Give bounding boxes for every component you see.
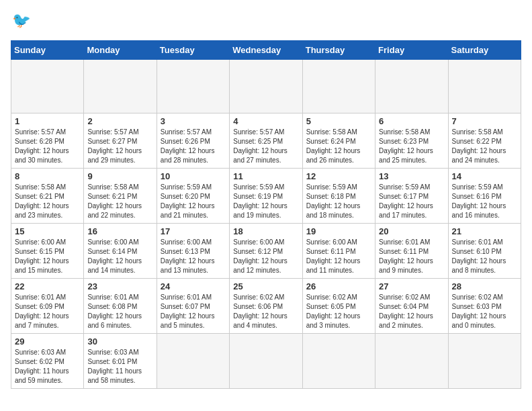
calendar-cell: 22Sunrise: 6:01 AM Sunset: 6:09 PM Dayli…: [11, 279, 84, 334]
logo: 🐦: [11, 11, 35, 32]
svg-text:🐦: 🐦: [12, 11, 31, 30]
day-number: 19: [306, 226, 371, 236]
calendar-cell: 16Sunrise: 6:00 AM Sunset: 6:14 PM Dayli…: [84, 224, 157, 279]
day-info: Sunrise: 6:00 AM Sunset: 6:13 PM Dayligh…: [161, 238, 226, 275]
calendar-cell: 9Sunrise: 5:58 AM Sunset: 6:21 PM Daylig…: [84, 169, 157, 224]
calendar-cell: [157, 334, 229, 389]
day-info: Sunrise: 5:59 AM Sunset: 6:20 PM Dayligh…: [161, 183, 226, 220]
day-number: 12: [306, 171, 371, 181]
day-number: 29: [15, 336, 80, 347]
day-info: Sunrise: 6:01 AM Sunset: 6:10 PM Dayligh…: [452, 238, 517, 275]
logo-icon: 🐦: [11, 11, 32, 32]
col-header-thursday: Thursday: [302, 41, 375, 60]
calendar-cell: 18Sunrise: 6:00 AM Sunset: 6:12 PM Dayli…: [230, 224, 302, 279]
day-number: 30: [87, 336, 152, 347]
calendar-cell: 17Sunrise: 6:00 AM Sunset: 6:13 PM Dayli…: [157, 224, 229, 279]
day-number: 9: [87, 171, 152, 181]
calendar-cell: [84, 60, 157, 113]
day-info: Sunrise: 5:57 AM Sunset: 6:28 PM Dayligh…: [15, 128, 80, 165]
day-info: Sunrise: 5:57 AM Sunset: 6:26 PM Dayligh…: [161, 128, 226, 165]
calendar-row: 1Sunrise: 5:57 AM Sunset: 6:28 PM Daylig…: [11, 113, 521, 169]
day-number: 3: [161, 116, 226, 126]
day-number: 15: [15, 226, 80, 236]
col-header-saturday: Saturday: [448, 41, 521, 60]
day-number: 20: [379, 226, 444, 236]
calendar-row: 29Sunrise: 6:03 AM Sunset: 6:02 PM Dayli…: [11, 334, 521, 389]
col-header-monday: Monday: [84, 41, 157, 60]
calendar-cell: [448, 334, 521, 389]
calendar-cell: 14Sunrise: 5:59 AM Sunset: 6:16 PM Dayli…: [448, 169, 521, 224]
calendar-cell: 24Sunrise: 6:01 AM Sunset: 6:07 PM Dayli…: [157, 279, 229, 334]
calendar-cell: [302, 60, 375, 113]
day-info: Sunrise: 6:00 AM Sunset: 6:15 PM Dayligh…: [15, 238, 80, 275]
calendar-cell: 1Sunrise: 5:57 AM Sunset: 6:28 PM Daylig…: [11, 113, 84, 169]
day-number: 8: [15, 171, 80, 181]
day-info: Sunrise: 6:02 AM Sunset: 6:05 PM Dayligh…: [306, 293, 371, 330]
day-info: Sunrise: 6:01 AM Sunset: 6:09 PM Dayligh…: [15, 293, 80, 330]
day-info: Sunrise: 5:59 AM Sunset: 6:18 PM Dayligh…: [306, 183, 371, 220]
col-header-sunday: Sunday: [11, 41, 84, 60]
calendar-cell: 7Sunrise: 5:58 AM Sunset: 6:22 PM Daylig…: [448, 113, 521, 169]
calendar-cell: [230, 60, 302, 113]
calendar-cell: 26Sunrise: 6:02 AM Sunset: 6:05 PM Dayli…: [302, 279, 375, 334]
day-number: 7: [452, 116, 517, 126]
day-info: Sunrise: 5:59 AM Sunset: 6:19 PM Dayligh…: [233, 183, 298, 220]
day-number: 27: [379, 281, 444, 291]
calendar-cell: 6Sunrise: 5:58 AM Sunset: 6:23 PM Daylig…: [375, 113, 448, 169]
calendar-cell: 15Sunrise: 6:00 AM Sunset: 6:15 PM Dayli…: [11, 224, 84, 279]
day-info: Sunrise: 6:03 AM Sunset: 6:01 PM Dayligh…: [87, 348, 152, 385]
calendar-cell: 30Sunrise: 6:03 AM Sunset: 6:01 PM Dayli…: [84, 334, 157, 389]
calendar-cell: [230, 334, 302, 389]
calendar-cell: 20Sunrise: 6:01 AM Sunset: 6:11 PM Dayli…: [375, 224, 448, 279]
day-info: Sunrise: 6:01 AM Sunset: 6:07 PM Dayligh…: [161, 293, 226, 330]
day-number: 28: [452, 281, 517, 291]
day-info: Sunrise: 6:00 AM Sunset: 6:11 PM Dayligh…: [306, 238, 371, 275]
calendar-cell: 19Sunrise: 6:00 AM Sunset: 6:11 PM Dayli…: [302, 224, 375, 279]
calendar-table: SundayMondayTuesdayWednesdayThursdayFrid…: [11, 40, 521, 389]
calendar-cell: [157, 60, 229, 113]
day-info: Sunrise: 6:01 AM Sunset: 6:11 PM Dayligh…: [379, 238, 444, 275]
day-number: 14: [452, 171, 517, 181]
calendar-cell: 29Sunrise: 6:03 AM Sunset: 6:02 PM Dayli…: [11, 334, 84, 389]
day-info: Sunrise: 5:57 AM Sunset: 6:27 PM Dayligh…: [87, 128, 152, 165]
day-number: 21: [452, 226, 517, 236]
day-info: Sunrise: 6:02 AM Sunset: 6:03 PM Dayligh…: [452, 293, 517, 330]
day-number: 4: [233, 116, 298, 126]
calendar-cell: [302, 334, 375, 389]
day-info: Sunrise: 6:02 AM Sunset: 6:06 PM Dayligh…: [233, 293, 298, 330]
day-info: Sunrise: 6:00 AM Sunset: 6:12 PM Dayligh…: [233, 238, 298, 275]
col-header-wednesday: Wednesday: [230, 41, 302, 60]
day-number: 25: [233, 281, 298, 291]
col-header-tuesday: Tuesday: [157, 41, 229, 60]
calendar-cell: 10Sunrise: 5:59 AM Sunset: 6:20 PM Dayli…: [157, 169, 229, 224]
day-number: 10: [161, 171, 226, 181]
day-info: Sunrise: 6:03 AM Sunset: 6:02 PM Dayligh…: [15, 348, 80, 385]
day-number: 2: [87, 116, 152, 126]
day-number: 13: [379, 171, 444, 181]
day-info: Sunrise: 5:57 AM Sunset: 6:25 PM Dayligh…: [233, 128, 298, 165]
calendar-cell: 25Sunrise: 6:02 AM Sunset: 6:06 PM Dayli…: [230, 279, 302, 334]
calendar-row: [11, 60, 521, 113]
day-number: 11: [233, 171, 298, 181]
calendar-cell: 3Sunrise: 5:57 AM Sunset: 6:26 PM Daylig…: [157, 113, 229, 169]
day-info: Sunrise: 5:58 AM Sunset: 6:21 PM Dayligh…: [15, 183, 80, 220]
calendar-cell: 13Sunrise: 5:59 AM Sunset: 6:17 PM Dayli…: [375, 169, 448, 224]
day-number: 24: [161, 281, 226, 291]
calendar-cell: 23Sunrise: 6:01 AM Sunset: 6:08 PM Dayli…: [84, 279, 157, 334]
day-number: 5: [306, 116, 371, 126]
calendar-cell: 2Sunrise: 5:57 AM Sunset: 6:27 PM Daylig…: [84, 113, 157, 169]
calendar-cell: 27Sunrise: 6:02 AM Sunset: 6:04 PM Dayli…: [375, 279, 448, 334]
calendar-row: 8Sunrise: 5:58 AM Sunset: 6:21 PM Daylig…: [11, 169, 521, 224]
calendar-cell: 12Sunrise: 5:59 AM Sunset: 6:18 PM Dayli…: [302, 169, 375, 224]
day-number: 17: [161, 226, 226, 236]
page-header: 🐦: [11, 11, 521, 32]
day-info: Sunrise: 6:00 AM Sunset: 6:14 PM Dayligh…: [87, 238, 152, 275]
day-number: 22: [15, 281, 80, 291]
calendar-cell: [448, 60, 521, 113]
day-number: 23: [87, 281, 152, 291]
calendar-row: 22Sunrise: 6:01 AM Sunset: 6:09 PM Dayli…: [11, 279, 521, 334]
day-info: Sunrise: 5:58 AM Sunset: 6:23 PM Dayligh…: [379, 128, 444, 165]
calendar-cell: 5Sunrise: 5:58 AM Sunset: 6:24 PM Daylig…: [302, 113, 375, 169]
calendar-row: 15Sunrise: 6:00 AM Sunset: 6:15 PM Dayli…: [11, 224, 521, 279]
calendar-cell: 8Sunrise: 5:58 AM Sunset: 6:21 PM Daylig…: [11, 169, 84, 224]
